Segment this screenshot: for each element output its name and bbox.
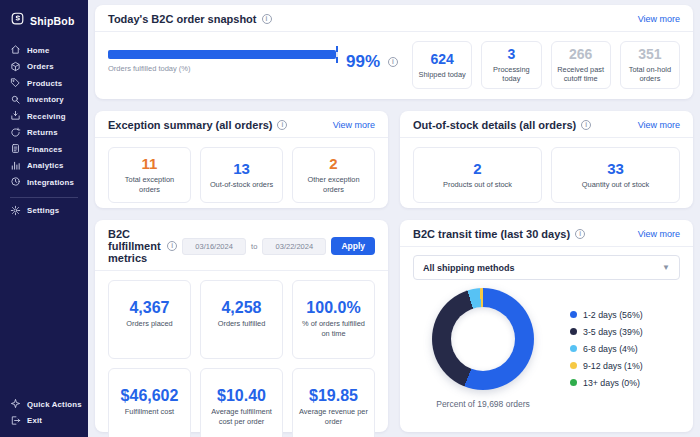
fulfillment-progress-fill	[108, 50, 336, 59]
info-icon[interactable]: i	[388, 57, 398, 67]
gear-icon	[10, 202, 21, 220]
sidebar-item-exit[interactable]: Exit	[0, 413, 88, 430]
stat-processing-today: 3 Processing today	[481, 41, 541, 89]
exception-title: Exception summary (all orders)	[108, 119, 272, 131]
snapshot-body: Orders fulfilled today (%) 99% i 624 Shi…	[95, 32, 693, 89]
sidebar-item-products[interactable]: Products	[0, 75, 88, 92]
bar-chart-icon	[10, 157, 21, 175]
stat-avg-revenue: $19.85 Average revenue per order	[292, 368, 375, 437]
legend-dot	[570, 345, 577, 352]
legend-item: 3-5 days (39%)	[570, 327, 643, 337]
sidebar-item-orders[interactable]: Orders	[0, 59, 88, 76]
document-icon	[10, 140, 21, 158]
stat-avg-fulfillment-cost: $10.40 Average fulfillment cost per orde…	[200, 368, 283, 437]
sidebar-item-integrations[interactable]: Integrations	[0, 174, 88, 191]
sidebar-item-quick-actions[interactable]: Quick Actions	[0, 396, 88, 413]
transit-time-card: B2C transit time (last 30 days) i View m…	[400, 220, 693, 432]
sidebar-item-receiving[interactable]: Receiving	[0, 108, 88, 125]
legend-item: 6-8 days (4%)	[570, 344, 643, 354]
sidebar-bottom: Quick Actions Exit	[0, 396, 88, 437]
legend-label: 13+ days (0%)	[583, 378, 640, 388]
info-icon[interactable]: i	[581, 120, 591, 130]
legend-item: 1-2 days (56%)	[570, 310, 643, 320]
exception-summary-card: Exception summary (all orders) i View mo…	[95, 111, 388, 208]
stat-fulfillment-cost: $46,602 Fulfillment cost	[108, 368, 191, 437]
sidebar: ShipBob Home Orders Products Inventory R…	[0, 0, 88, 437]
stat-other-exception-orders: 2 Other exception orders	[292, 147, 375, 203]
stat-received-past-cutoff: 266 Received past cutoff time	[551, 41, 611, 89]
transit-chart-area: Percent of 19,698 orders 1-2 days (56%)3…	[400, 280, 693, 409]
apply-button[interactable]: Apply	[331, 237, 375, 255]
exit-icon	[10, 412, 21, 430]
date-to-label: to	[251, 242, 257, 251]
date-to-input[interactable]	[262, 238, 326, 255]
sidebar-item-inventory[interactable]: Inventory	[0, 92, 88, 109]
legend-dot	[570, 328, 577, 335]
sidebar-nav: Home Orders Products Inventory Receiving…	[0, 42, 88, 191]
stat-quantity-out-of-stock: 33 Quantity out of stock	[551, 147, 680, 203]
sidebar-item-home[interactable]: Home	[0, 42, 88, 59]
stat-orders-placed: 4,367 Orders placed	[108, 280, 191, 359]
box-icon	[10, 58, 21, 76]
progress-track	[108, 50, 338, 59]
progress-value: 99%	[346, 53, 380, 70]
stat-pct-fulfilled-on-time: 100.0% % of orders fulfilled on time	[292, 280, 375, 359]
progress-label: Orders fulfilled today (%)	[108, 64, 338, 73]
stat-products-out-of-stock: 2 Products out of stock	[413, 147, 542, 203]
legend-dot	[570, 379, 577, 386]
return-arrow-icon	[10, 124, 21, 142]
fulfillment-progress: Orders fulfilled today (%) 99% i	[108, 41, 398, 73]
snapshot-card: Today's B2C order snapshot i View more O…	[95, 5, 693, 99]
stat-total-on-hold: 351 Total on-hold orders	[620, 41, 680, 89]
transit-title: B2C transit time (last 30 days)	[413, 228, 570, 240]
metrics-grid: 4,367 Orders placed 4,258 Orders fulfill…	[95, 271, 388, 437]
main-content: Today's B2C order snapshot i View more O…	[88, 0, 700, 437]
sidebar-item-analytics[interactable]: Analytics	[0, 158, 88, 175]
brand-name: ShipBob	[30, 15, 75, 27]
oos-view-more-link[interactable]: View more	[638, 120, 680, 130]
legend-label: 9-12 days (1%)	[583, 361, 643, 371]
info-icon[interactable]: i	[167, 241, 177, 251]
stat-shipped-today: 624 Shipped today	[412, 41, 472, 89]
legend-dot	[570, 362, 577, 369]
brand-logo[interactable]: ShipBob	[0, 0, 88, 42]
sidebar-divider	[10, 197, 78, 198]
stat-orders-fulfilled: 4,258 Orders fulfilled	[200, 280, 283, 359]
snapshot-view-more-link[interactable]: View more	[638, 14, 680, 24]
legend-item: 9-12 days (1%)	[570, 361, 643, 371]
exception-view-more-link[interactable]: View more	[333, 120, 375, 130]
metrics-title: B2C fulfillment metrics	[108, 228, 162, 264]
transit-donut-chart	[432, 288, 534, 390]
tag-icon	[10, 74, 21, 92]
info-icon[interactable]: i	[277, 120, 287, 130]
transit-legend: 1-2 days (56%)3-5 days (39%)6-8 days (4%…	[570, 310, 643, 388]
legend-label: 1-2 days (56%)	[583, 310, 643, 320]
shipbob-logo-icon	[10, 11, 25, 30]
magnifier-icon	[10, 91, 21, 109]
integrations-icon	[10, 173, 21, 191]
info-icon[interactable]: i	[575, 229, 585, 239]
shipping-methods-dropdown[interactable]: All shipping methods ▼	[413, 255, 680, 280]
snapshot-stats: 624 Shipped today 3 Processing today 266…	[412, 41, 680, 89]
out-of-stock-card: Out-of-stock details (all orders) i View…	[400, 111, 693, 208]
stat-out-of-stock-orders: 13 Out-of-stock orders	[200, 147, 283, 203]
sparkle-icon	[10, 395, 21, 413]
sidebar-item-returns[interactable]: Returns	[0, 125, 88, 142]
chevron-down-icon: ▼	[662, 263, 670, 272]
sidebar-item-finances[interactable]: Finances	[0, 141, 88, 158]
stat-total-exception-orders: 11 Total exception orders	[108, 147, 191, 203]
legend-label: 3-5 days (39%)	[583, 327, 643, 337]
legend-dot	[570, 311, 577, 318]
donut-caption: Percent of 19,698 orders	[436, 399, 530, 409]
sidebar-item-settings[interactable]: Settings	[0, 203, 88, 220]
fulfillment-metrics-card: B2C fulfillment metrics i to Apply 4,367…	[95, 220, 388, 432]
date-range-controls: to Apply	[182, 237, 375, 255]
date-from-input[interactable]	[182, 238, 246, 255]
progress-marker	[336, 46, 338, 63]
snapshot-header: Today's B2C order snapshot i View more	[95, 5, 693, 32]
legend-label: 6-8 days (4%)	[583, 344, 638, 354]
legend-item: 13+ days (0%)	[570, 378, 643, 388]
transit-view-more-link[interactable]: View more	[638, 229, 680, 239]
oos-title: Out-of-stock details (all orders)	[413, 119, 576, 131]
info-icon[interactable]: i	[262, 14, 272, 24]
